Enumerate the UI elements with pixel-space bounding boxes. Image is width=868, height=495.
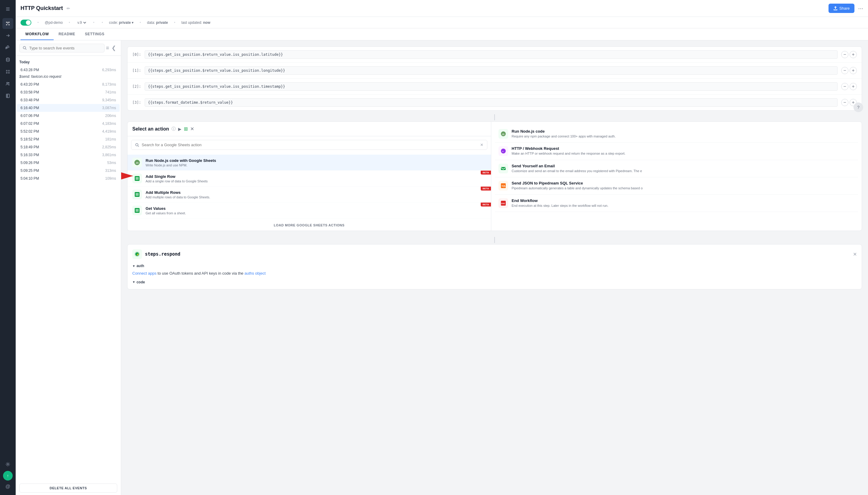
list-item[interactable]: 6:16:40 PM 3,087ms (17, 104, 120, 112)
right-action-desc: Pipedream automatically generates a tabl… (512, 186, 643, 190)
email-nav-icon[interactable]: @ (3, 482, 13, 491)
connect-apps-link[interactable]: Connect apps (132, 271, 156, 275)
load-more-button[interactable]: LOAD MORE GOOGLE SHEETS ACTIONS (127, 220, 491, 231)
step-remove-button[interactable]: − (841, 83, 848, 90)
version-select[interactable]: v.9 (76, 20, 87, 25)
nav-settings-icon[interactable] (2, 459, 13, 470)
collapse-arrow-icon[interactable]: ❮ (110, 44, 117, 52)
svg-text:∞: ∞ (502, 150, 504, 153)
list-item[interactable]: 5:09:26 PM 53ms (17, 159, 120, 167)
icon-sidebar: ↑ @ (0, 0, 16, 495)
respond-close-icon[interactable]: ✕ (853, 252, 857, 257)
list-item[interactable]: 5:16:33 PM 3,861ms (17, 151, 120, 159)
event-duration: 109ms (105, 176, 116, 181)
auths-object-link[interactable]: auths object (244, 271, 265, 275)
svg-point-11 (23, 47, 25, 49)
list-item[interactable]: 6:43:20 PM 8,173ms (17, 81, 120, 88)
right-action-email[interactable]: Send Yourself an Email Customize and sen… (495, 160, 858, 177)
search-clear-icon[interactable]: ✕ (480, 142, 483, 147)
enabled-toggle[interactable] (20, 20, 31, 25)
help-button[interactable]: ? (853, 102, 863, 112)
list-item[interactable]: 6:07:06 PM 206ms (17, 112, 120, 120)
more-options-button[interactable]: ··· (858, 5, 863, 12)
event-duration: 8,173ms (102, 82, 116, 86)
nav-puzzle-icon[interactable] (2, 42, 13, 53)
right-action-webhook[interactable]: ∞ HTTP / Webhook Request Make an HTTP or… (495, 142, 858, 160)
right-action-nodejs[interactable]: JS Run Node.js code Require any npm pack… (495, 125, 858, 142)
respond-step-title: steps.respond (145, 252, 180, 257)
step-value: {{steps.get_iss_position.$return_value.i… (145, 66, 837, 75)
action-list-item-add-multiple-rows[interactable]: Add Multiple Rows Add multiple rows of d… (127, 187, 491, 203)
list-item[interactable]: 5:18:52 PM 181ms (17, 135, 120, 143)
event-time: 5:04:10 PM (20, 176, 39, 181)
step-add-button[interactable]: + (850, 83, 857, 90)
nav-workflow-icon[interactable] (2, 18, 13, 29)
events-date-label: Today (16, 58, 121, 66)
nav-arrow-icon[interactable] (2, 30, 13, 41)
event-time: 6:07:02 PM (20, 121, 39, 126)
list-item[interactable]: 5:04:10 PM 109ms (17, 174, 120, 182)
step-value: {{steps.get_iss_position.$return_value.i… (145, 50, 837, 59)
list-item[interactable]: 6:43:28 PM 6,293ms (17, 66, 120, 74)
svg-point-10 (7, 464, 9, 465)
right-action-title: Run Node.js code (512, 129, 616, 134)
step-row: [2]: {{steps.get_iss_position.$return_va… (127, 79, 862, 95)
step-add-button[interactable]: + (850, 67, 857, 74)
share-button[interactable]: Share (829, 4, 855, 13)
action-list-item-get-values[interactable]: Get Values Get all values from a sheet. … (127, 203, 491, 219)
right-action-end[interactable]: END End Workflow End execution at this s… (495, 195, 858, 212)
events-sidebar-header: ≡ ❮ (16, 40, 121, 56)
event-time: 6:33:48 PM (20, 98, 39, 102)
step-add-button[interactable]: + (850, 51, 857, 58)
right-action-desc: Make an HTTP or webhook request and retu… (512, 151, 626, 156)
right-action-text: HTTP / Webhook Request Make an HTTP or w… (512, 146, 626, 156)
right-action-title: Send JSON to Pipedream SQL Service (512, 181, 643, 185)
svg-rect-4 (6, 70, 7, 71)
search-events-input[interactable] (29, 46, 101, 50)
step-index: [0]: (132, 52, 141, 57)
list-item[interactable]: 6:07:02 PM 4,183ms (17, 120, 120, 127)
step-remove-button[interactable]: − (841, 67, 848, 74)
tab-workflow[interactable]: WORKFLOW (20, 28, 54, 40)
list-item[interactable]: 5:09:25 PM 313ms (17, 167, 120, 174)
notification-icon[interactable]: ↑ (3, 471, 13, 480)
nodejs-right-logo: JS (501, 131, 506, 137)
delete-all-events-button[interactable]: DELETE ALL EVENTS (19, 483, 117, 493)
action-list-item-add-single-row[interactable]: Add Single Row Add a single row of data … (127, 171, 491, 187)
nav-expand-icon[interactable] (2, 4, 13, 15)
svg-point-3 (6, 58, 9, 59)
grid-view-icon[interactable]: ⊞ (184, 126, 188, 132)
list-item[interactable]: 5:52:02 PM 4,419ms (17, 127, 120, 135)
step-remove-button[interactable]: − (841, 99, 848, 106)
right-action-text: Send Yourself an Email Customize and sen… (512, 164, 642, 173)
svg-text:SQL: SQL (502, 185, 506, 187)
step-row: [3]: {{steps.format_datetime.$return_val… (127, 95, 862, 110)
svg-point-13 (136, 143, 138, 146)
action-search-container: ✕ (131, 140, 487, 150)
right-end-icon: END (499, 198, 508, 208)
play-icon[interactable]: ▶ (178, 126, 181, 132)
action-search-input[interactable] (142, 142, 478, 147)
list-item[interactable]: 6:33:58 PM 741ms (17, 88, 120, 96)
svg-point-9 (8, 83, 9, 84)
action-list-item-nodejs-sheets[interactable]: JS Run Node.js code with Google Sheets W… (127, 155, 491, 171)
step-index: [1]: (132, 68, 141, 73)
action-selector-close-icon[interactable]: ✕ (190, 126, 194, 132)
right-action-sql[interactable]: SQL Send JSON to Pipedream SQL Service P… (495, 177, 858, 194)
nav-book-icon[interactable] (2, 90, 13, 101)
user-meta: @pd-demo (45, 20, 63, 25)
step-remove-button[interactable]: − (841, 51, 848, 58)
tab-readme[interactable]: README (54, 28, 80, 40)
info-icon[interactable]: ⓘ (172, 126, 176, 132)
collapse-sidebar-button[interactable]: ≡ (105, 44, 110, 52)
list-item[interactable]: 5:18:49 PM 2,825ms (17, 143, 120, 151)
sheets-icon-values (132, 206, 142, 215)
tab-settings[interactable]: SETTINGS (80, 28, 109, 40)
tab-nav: WORKFLOW README SETTINGS (16, 28, 868, 40)
nav-database-icon[interactable] (2, 54, 13, 65)
nav-users-icon[interactable] (2, 79, 13, 89)
svg-rect-2 (6, 10, 10, 11)
nav-grid-icon[interactable] (2, 66, 13, 77)
edit-title-icon[interactable]: ✏ (67, 6, 70, 11)
list-item[interactable]: 6:33:48 PM 9,345ms (17, 96, 120, 104)
